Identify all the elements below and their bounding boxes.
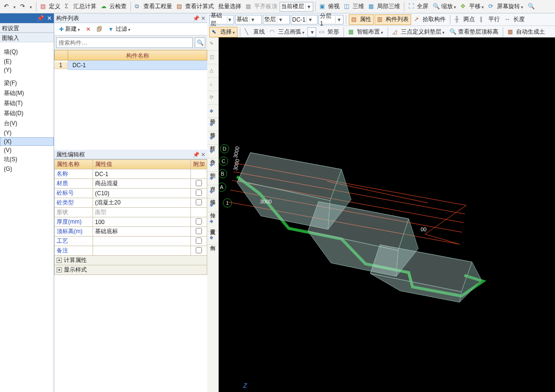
select-tool[interactable]: ⬉选择 [209, 27, 237, 37]
zoom-button[interactable]: 🔍缩放 [431, 1, 458, 12]
filter-button[interactable]: ▼ 过滤 [106, 24, 132, 35]
component-name-cell[interactable]: DC-1 [68, 60, 207, 70]
vtool-倒角[interactable]: ◆倒角 [207, 231, 218, 245]
prop-value[interactable] [93, 237, 191, 246]
3d-button[interactable]: ◫三维 [342, 1, 366, 12]
auto-gen-soil-tool[interactable]: ▦自动生成土 [506, 26, 547, 38]
current-floor-combo[interactable]: 当前楼层▾ [280, 2, 313, 12]
rect-tool[interactable]: ▭矩形 [317, 26, 341, 38]
vtool-icon[interactable]: ✎ [207, 37, 218, 51]
arc-3pt-tool[interactable]: ◠三点画弧 [268, 26, 307, 38]
fullscreen-button[interactable]: ⛶全屏 [406, 1, 430, 12]
tree-item[interactable]: (E) [0, 57, 54, 66]
prop-value[interactable]: (混凝土20 [93, 198, 191, 208]
vtool-延伸[interactable]: ◆延伸 [207, 105, 218, 118]
prop-add[interactable] [191, 227, 207, 237]
undo-button[interactable]: ↶ [2, 1, 18, 12]
view-cushion-top-tool[interactable]: 🔍查看垫层顶标高 [448, 26, 500, 38]
tree-item[interactable]: (X) [0, 137, 54, 146]
vtool-偏移[interactable]: ◆偏移 [207, 185, 218, 199]
close-icon[interactable]: ✕ [201, 152, 205, 157]
new-button[interactable]: ✚ 新建 [57, 24, 82, 35]
sum-calc-button[interactable]: Σ汇总计算 [63, 1, 98, 12]
arc-options[interactable]: ▾ [307, 27, 316, 37]
property-row[interactable]: 厚度(mm) 100 [55, 217, 207, 227]
3d-viewport[interactable]: D C B A 1 3000 3000 3000 00 Z [207, 37, 555, 392]
vtool-icon[interactable]: ⟂ [207, 78, 218, 91]
property-group[interactable]: +显示样式 [55, 265, 207, 275]
local-3d-button[interactable]: ▦局部三维 [366, 1, 402, 12]
tree-item[interactable]: 墙(Q) [0, 47, 54, 57]
prop-add[interactable] [191, 198, 207, 208]
tree-item[interactable]: 坑(S) [0, 154, 54, 165]
view-qty-button[interactable]: ⧉查看工程量 [133, 1, 174, 12]
pin-icon[interactable]: 📌 [193, 15, 200, 21]
batch-select-button[interactable]: 批量选择 [216, 1, 243, 12]
prop-add[interactable] [191, 246, 207, 256]
line-tool[interactable]: ╲直线 [243, 26, 267, 38]
vtool-分割[interactable]: ◆分割 [207, 158, 218, 172]
component-row[interactable]: 1 DC-1 [54, 60, 207, 70]
tree-item[interactable] [0, 175, 54, 177]
pan-button[interactable]: ✥平移 [459, 1, 486, 12]
slope-3pt-tool[interactable]: ◿三点定义斜垫层 [390, 26, 447, 38]
vtool-icon[interactable]: △ [207, 64, 218, 78]
vtool-打断[interactable]: ◆打断 [207, 131, 218, 145]
parallel-button[interactable]: ∥平行 [478, 14, 502, 25]
prop-value[interactable]: 100 [93, 217, 191, 227]
complist-toggle[interactable]: ▥构件列表 [375, 14, 411, 25]
tree-item[interactable]: 台(V) [0, 119, 54, 129]
vtool-icon[interactable]: ◫ [207, 51, 218, 64]
property-row[interactable]: 形状 面型 [55, 208, 207, 217]
tree-item[interactable]: (Y) [0, 66, 54, 74]
property-row[interactable]: 工艺 [55, 237, 207, 246]
prop-value[interactable]: 面型 [93, 208, 191, 217]
cloud-check-button[interactable]: ☁云检查 [99, 1, 129, 12]
vtool-合并[interactable]: ◆合并 [207, 145, 218, 158]
sublayer-combo[interactable]: 分层1▾ [319, 15, 343, 24]
prop-add[interactable] [191, 189, 207, 198]
prop-value[interactable]: 基础底标 [93, 227, 191, 237]
prop-add[interactable] [191, 169, 207, 179]
property-row[interactable]: 砼类型 (混凝土20 [55, 198, 207, 208]
prop-value[interactable]: DC-1 [93, 169, 191, 179]
property-group[interactable]: +计算属性 [55, 256, 207, 265]
prop-add[interactable] [191, 217, 207, 227]
category-combo[interactable]: 基础▾ [235, 15, 262, 24]
prop-value[interactable] [93, 246, 191, 256]
left-section-settings[interactable]: 程设置 [0, 23, 54, 33]
prop-add[interactable] [191, 179, 207, 189]
pin-icon[interactable]: 📌 [193, 152, 200, 157]
vtool-修剪[interactable]: ◆修剪 [207, 118, 218, 131]
copy-button[interactable]: 🗐 [94, 24, 104, 35]
define-button[interactable]: ▤定义 [38, 1, 62, 12]
property-row[interactable]: 备注 [55, 246, 207, 256]
close-icon[interactable]: ✕ [47, 13, 52, 23]
overlook-button[interactable]: ▣俯视 [318, 1, 342, 12]
pick-button[interactable]: ↗拾取构件 [412, 14, 448, 25]
redo-button[interactable]: ↷ [18, 1, 34, 12]
property-row[interactable]: 顶标高(m) 基础底标 [55, 227, 207, 237]
prop-value[interactable]: 商品混凝 [93, 179, 191, 189]
property-row[interactable]: 砼标号 (C10) [55, 189, 207, 198]
flat-top-button[interactable]: ▦平齐板顶 [244, 1, 279, 12]
tree-item[interactable]: 基础(D) [0, 108, 54, 119]
smart-arrange-tool[interactable]: ▦智能布置 [346, 26, 385, 38]
magnify-icon[interactable]: 🔍 [526, 1, 538, 12]
prop-value[interactable]: (C10) [93, 189, 191, 198]
search-button[interactable]: 🔍 [195, 37, 205, 48]
tree-item[interactable]: 梁(F) [0, 78, 54, 88]
view-expr-button[interactable]: ▤查看计算式 [175, 1, 216, 12]
property-row[interactable]: 名称 DC-1 [55, 169, 207, 179]
type-combo[interactable]: 垫层▾ [263, 15, 290, 24]
pin-icon[interactable]: 📌 [37, 13, 44, 23]
tree-item[interactable]: (V) [0, 146, 54, 154]
tree-item[interactable]: (Y) [0, 129, 54, 137]
floor-combo[interactable]: 基础层▾ [209, 15, 234, 24]
attr-toggle[interactable]: ▤属性 [349, 14, 374, 25]
prop-add[interactable] [191, 208, 207, 217]
two-point-button[interactable]: ╫两点 [453, 14, 477, 25]
search-input[interactable] [56, 37, 193, 48]
screen-rotate-button[interactable]: ⟳屏幕旋转 [486, 1, 525, 12]
vtool-拉伸[interactable]: ◆拉伸 [207, 199, 218, 212]
